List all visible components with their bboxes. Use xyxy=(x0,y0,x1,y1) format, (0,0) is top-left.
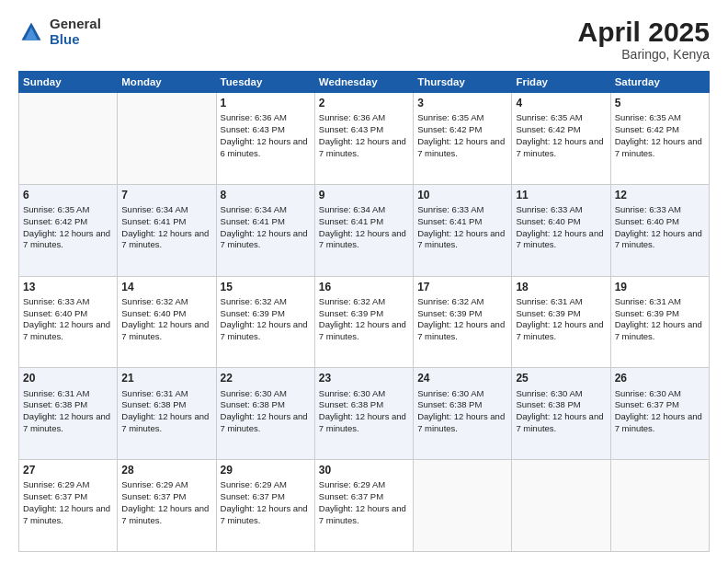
calendar-cell: 17Sunrise: 6:32 AMSunset: 6:39 PMDayligh… xyxy=(414,276,512,368)
logo-text: General Blue xyxy=(50,17,101,47)
day-info: Sunrise: 6:36 AMSunset: 6:43 PMDaylight:… xyxy=(221,112,308,157)
title-area: April 2025 Baringo, Kenya xyxy=(578,17,710,62)
calendar-header-wednesday: Wednesday xyxy=(314,72,413,93)
day-info: Sunrise: 6:32 AMSunset: 6:39 PMDaylight:… xyxy=(221,296,308,341)
day-info: Sunrise: 6:36 AMSunset: 6:43 PMDaylight:… xyxy=(319,112,406,157)
day-info: Sunrise: 6:32 AMSunset: 6:40 PMDaylight:… xyxy=(121,296,209,341)
day-number: 25 xyxy=(516,371,606,385)
logo: General Blue xyxy=(18,17,101,47)
calendar-header-thursday: Thursday xyxy=(414,72,512,93)
day-number: 15 xyxy=(221,280,311,294)
calendar-cell: 22Sunrise: 6:30 AMSunset: 6:38 PMDayligh… xyxy=(216,368,314,460)
day-number: 6 xyxy=(23,188,113,202)
logo-general-text: General xyxy=(50,17,101,32)
day-number: 26 xyxy=(615,371,705,385)
calendar-week-row: 6Sunrise: 6:35 AMSunset: 6:42 PMDaylight… xyxy=(19,184,710,276)
day-info: Sunrise: 6:29 AMSunset: 6:37 PMDaylight:… xyxy=(221,479,308,524)
day-info: Sunrise: 6:35 AMSunset: 6:42 PMDaylight:… xyxy=(516,112,603,157)
calendar-cell: 15Sunrise: 6:32 AMSunset: 6:39 PMDayligh… xyxy=(216,276,314,368)
day-info: Sunrise: 6:31 AMSunset: 6:39 PMDaylight:… xyxy=(615,296,702,341)
calendar-cell: 18Sunrise: 6:31 AMSunset: 6:39 PMDayligh… xyxy=(512,276,610,368)
day-number: 17 xyxy=(417,280,507,294)
day-number: 10 xyxy=(417,188,507,202)
calendar-cell: 10Sunrise: 6:33 AMSunset: 6:41 PMDayligh… xyxy=(414,184,512,276)
day-info: Sunrise: 6:34 AMSunset: 6:41 PMDaylight:… xyxy=(319,204,406,249)
calendar-cell xyxy=(414,460,512,552)
day-info: Sunrise: 6:29 AMSunset: 6:37 PMDaylight:… xyxy=(121,479,209,524)
calendar-cell: 1Sunrise: 6:36 AMSunset: 6:43 PMDaylight… xyxy=(216,93,314,185)
day-info: Sunrise: 6:31 AMSunset: 6:39 PMDaylight:… xyxy=(516,296,603,341)
calendar-header-monday: Monday xyxy=(118,72,216,93)
calendar-cell: 27Sunrise: 6:29 AMSunset: 6:37 PMDayligh… xyxy=(19,460,118,552)
day-info: Sunrise: 6:34 AMSunset: 6:41 PMDaylight:… xyxy=(121,204,209,249)
location: Baringo, Kenya xyxy=(578,47,710,62)
calendar-header-friday: Friday xyxy=(512,72,610,93)
calendar-cell: 4Sunrise: 6:35 AMSunset: 6:42 PMDaylight… xyxy=(512,93,610,185)
calendar-cell: 2Sunrise: 6:36 AMSunset: 6:43 PMDaylight… xyxy=(314,93,413,185)
calendar-cell: 19Sunrise: 6:31 AMSunset: 6:39 PMDayligh… xyxy=(610,276,709,368)
logo-blue-text: Blue xyxy=(50,32,101,48)
day-number: 13 xyxy=(23,280,113,294)
calendar-cell: 28Sunrise: 6:29 AMSunset: 6:37 PMDayligh… xyxy=(118,460,216,552)
calendar-cell: 25Sunrise: 6:30 AMSunset: 6:38 PMDayligh… xyxy=(512,368,610,460)
calendar-header-tuesday: Tuesday xyxy=(216,72,314,93)
calendar-cell: 23Sunrise: 6:30 AMSunset: 6:38 PMDayligh… xyxy=(314,368,413,460)
month-title: April 2025 xyxy=(578,17,710,47)
calendar-cell: 26Sunrise: 6:30 AMSunset: 6:37 PMDayligh… xyxy=(610,368,709,460)
logo-icon xyxy=(18,19,44,45)
day-number: 29 xyxy=(221,463,311,477)
day-number: 27 xyxy=(23,463,113,477)
calendar-page: General Blue April 2025 Baringo, Kenya S… xyxy=(0,0,728,563)
day-info: Sunrise: 6:32 AMSunset: 6:39 PMDaylight:… xyxy=(319,296,406,341)
calendar-cell: 5Sunrise: 6:35 AMSunset: 6:42 PMDaylight… xyxy=(610,93,709,185)
calendar-week-row: 1Sunrise: 6:36 AMSunset: 6:43 PMDaylight… xyxy=(19,93,710,185)
day-number: 2 xyxy=(319,96,409,110)
day-number: 24 xyxy=(417,371,507,385)
calendar-header-sunday: Sunday xyxy=(19,72,118,93)
calendar-cell xyxy=(512,460,610,552)
day-number: 22 xyxy=(221,371,311,385)
calendar-cell: 16Sunrise: 6:32 AMSunset: 6:39 PMDayligh… xyxy=(314,276,413,368)
day-info: Sunrise: 6:35 AMSunset: 6:42 PMDaylight:… xyxy=(615,112,702,157)
calendar-cell: 7Sunrise: 6:34 AMSunset: 6:41 PMDaylight… xyxy=(118,184,216,276)
day-info: Sunrise: 6:33 AMSunset: 6:40 PMDaylight:… xyxy=(23,296,110,341)
day-info: Sunrise: 6:30 AMSunset: 6:38 PMDaylight:… xyxy=(319,388,406,433)
calendar-cell xyxy=(610,460,709,552)
day-number: 5 xyxy=(615,96,705,110)
calendar-cell: 11Sunrise: 6:33 AMSunset: 6:40 PMDayligh… xyxy=(512,184,610,276)
calendar-cell: 30Sunrise: 6:29 AMSunset: 6:37 PMDayligh… xyxy=(314,460,413,552)
day-info: Sunrise: 6:33 AMSunset: 6:40 PMDaylight:… xyxy=(516,204,603,249)
day-number: 12 xyxy=(615,188,705,202)
calendar-cell: 13Sunrise: 6:33 AMSunset: 6:40 PMDayligh… xyxy=(19,276,118,368)
day-number: 1 xyxy=(221,96,311,110)
calendar-cell: 3Sunrise: 6:35 AMSunset: 6:42 PMDaylight… xyxy=(414,93,512,185)
calendar-cell: 9Sunrise: 6:34 AMSunset: 6:41 PMDaylight… xyxy=(314,184,413,276)
day-number: 19 xyxy=(615,280,705,294)
day-number: 30 xyxy=(319,463,409,477)
day-info: Sunrise: 6:35 AMSunset: 6:42 PMDaylight:… xyxy=(417,112,505,157)
page-header: General Blue April 2025 Baringo, Kenya xyxy=(18,17,710,62)
day-number: 28 xyxy=(121,463,211,477)
calendar-cell xyxy=(19,93,118,185)
day-info: Sunrise: 6:30 AMSunset: 6:38 PMDaylight:… xyxy=(516,388,603,433)
day-number: 21 xyxy=(121,371,211,385)
day-info: Sunrise: 6:31 AMSunset: 6:38 PMDaylight:… xyxy=(23,388,110,433)
day-number: 20 xyxy=(23,371,113,385)
day-info: Sunrise: 6:31 AMSunset: 6:38 PMDaylight:… xyxy=(121,388,209,433)
calendar-cell: 6Sunrise: 6:35 AMSunset: 6:42 PMDaylight… xyxy=(19,184,118,276)
day-info: Sunrise: 6:33 AMSunset: 6:41 PMDaylight:… xyxy=(417,204,505,249)
day-number: 11 xyxy=(516,188,606,202)
day-number: 23 xyxy=(319,371,409,385)
day-info: Sunrise: 6:35 AMSunset: 6:42 PMDaylight:… xyxy=(23,204,110,249)
day-number: 14 xyxy=(121,280,211,294)
calendar-week-row: 20Sunrise: 6:31 AMSunset: 6:38 PMDayligh… xyxy=(19,368,710,460)
calendar-header-saturday: Saturday xyxy=(610,72,709,93)
day-number: 16 xyxy=(319,280,409,294)
calendar-week-row: 13Sunrise: 6:33 AMSunset: 6:40 PMDayligh… xyxy=(19,276,710,368)
day-number: 4 xyxy=(516,96,606,110)
calendar-table: SundayMondayTuesdayWednesdayThursdayFrid… xyxy=(18,71,710,552)
day-number: 9 xyxy=(319,188,409,202)
calendar-cell: 8Sunrise: 6:34 AMSunset: 6:41 PMDaylight… xyxy=(216,184,314,276)
day-info: Sunrise: 6:29 AMSunset: 6:37 PMDaylight:… xyxy=(23,479,110,524)
calendar-header-row: SundayMondayTuesdayWednesdayThursdayFrid… xyxy=(19,72,710,93)
